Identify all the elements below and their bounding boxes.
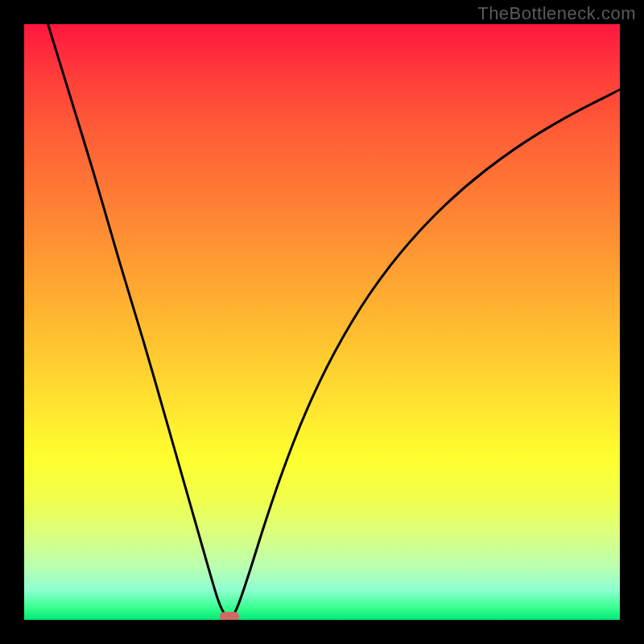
watermark-text: TheBottleneck.com — [477, 3, 636, 24]
plot-area — [24, 24, 620, 620]
bottleneck-curve — [48, 24, 620, 619]
optimum-marker — [220, 612, 239, 620]
curve-svg — [24, 24, 620, 620]
chart-frame: TheBottleneck.com — [0, 0, 644, 644]
